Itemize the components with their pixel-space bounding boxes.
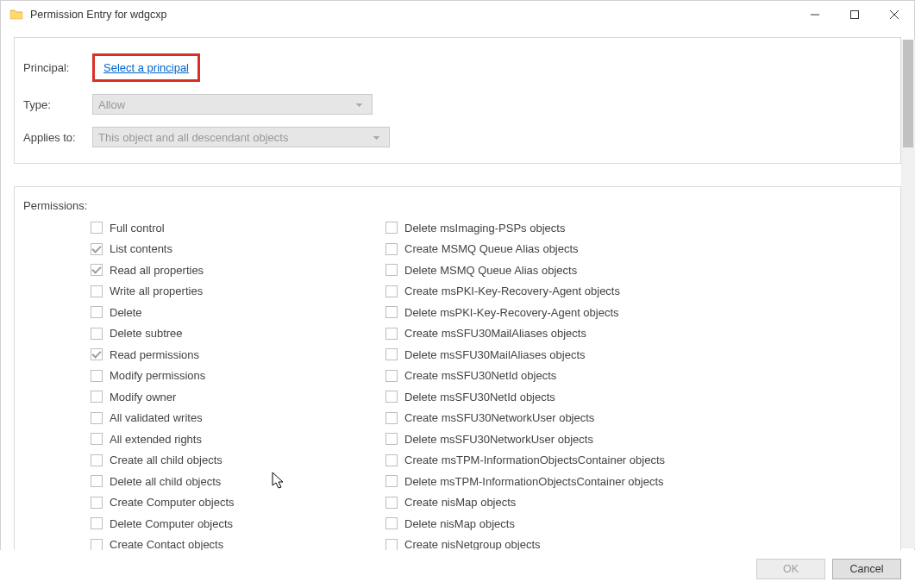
permission-label: Delete nisMap objects: [404, 517, 515, 530]
applies-to-label: Applies to:: [23, 131, 92, 144]
permission-row: All validated writes: [91, 408, 385, 429]
maximize-button[interactable]: [835, 2, 874, 28]
permission-checkbox[interactable]: [91, 454, 103, 466]
permission-row: Create MSMQ Queue Alias objects: [385, 239, 748, 260]
scrollbar-track[interactable]: [901, 40, 915, 548]
permission-row: Delete msSFU30MailAliases objects: [385, 344, 748, 366]
permission-checkbox[interactable]: [91, 285, 103, 297]
permission-row: Modify owner: [91, 386, 385, 408]
permission-label: Delete msPKI-Key-Recovery-Agent objects: [404, 306, 619, 319]
permission-checkbox[interactable]: [385, 328, 398, 340]
permission-label: Create msSFU30NetworkUser objects: [404, 411, 594, 424]
select-principal-highlight: Select a principal: [92, 53, 200, 82]
applies-to-combo[interactable]: This object and all descendant objects: [92, 127, 390, 147]
permission-checkbox[interactable]: [385, 433, 398, 445]
permission-checkbox[interactable]: [385, 517, 398, 529]
permission-label: Delete msTPM-InformationObjectsContainer…: [404, 475, 664, 488]
permission-row: Create Computer objects: [91, 492, 385, 514]
permission-checkbox[interactable]: [385, 497, 398, 509]
permission-row: Create msPKI-Key-Recovery-Agent objects: [385, 281, 748, 303]
permission-row: Read permissions: [91, 344, 385, 366]
permission-label: Delete all child objects: [110, 475, 221, 488]
footer-bar: OK Cancel: [0, 550, 915, 588]
permission-checkbox[interactable]: [91, 370, 103, 382]
permission-checkbox[interactable]: [385, 539, 398, 551]
permission-row: Delete Computer objects: [91, 513, 385, 535]
permission-checkbox[interactable]: [385, 306, 398, 318]
permission-checkbox[interactable]: [91, 497, 103, 509]
folder-icon: [9, 8, 23, 22]
permission-checkbox[interactable]: [385, 243, 398, 255]
permission-label: Delete msSFU30MailAliases objects: [404, 348, 586, 361]
window-title: Permission Entry for wdgcxp: [30, 9, 795, 21]
type-combo[interactable]: Allow: [92, 94, 373, 115]
permission-row: Write all properties: [91, 281, 385, 303]
permission-row: Create msSFU30MailAliases objects: [385, 323, 748, 345]
permission-checkbox[interactable]: [385, 412, 398, 424]
permission-row: Modify permissions: [91, 366, 385, 387]
permission-checkbox[interactable]: [91, 539, 103, 551]
permission-label: Read all properties: [110, 264, 204, 277]
permission-row: Read all properties: [91, 260, 385, 281]
permission-label: Create nisMap objects: [404, 496, 516, 509]
permission-checkbox[interactable]: [385, 370, 398, 382]
permission-row: Delete msSFU30NetworkUser objects: [385, 428, 748, 450]
cancel-button[interactable]: Cancel: [832, 559, 901, 579]
permission-checkbox[interactable]: [91, 328, 103, 340]
permission-row: Create msTPM-InformationObjectsContainer…: [385, 450, 748, 472]
scrollbar-thumb[interactable]: [903, 40, 913, 147]
permission-checkbox[interactable]: [91, 391, 103, 403]
select-principal-link[interactable]: Select a principal: [103, 61, 189, 74]
permission-label: Full control: [110, 222, 165, 235]
permission-row: Delete subtree: [91, 323, 385, 345]
permission-row: Delete msSFU30NetId objects: [385, 386, 748, 408]
permission-label: Delete Computer objects: [110, 517, 233, 530]
permission-checkbox[interactable]: [91, 433, 103, 445]
permission-label: Delete subtree: [110, 327, 183, 340]
permission-row: Delete: [91, 302, 385, 323]
permission-row: Create msSFU30NetworkUser objects: [385, 408, 748, 429]
permission-label: Create Contact objects: [110, 538, 223, 551]
permission-label: Create Computer objects: [110, 496, 235, 509]
permission-label: Modify permissions: [110, 369, 205, 382]
permission-label: Delete MSMQ Queue Alias objects: [404, 264, 577, 277]
permission-label: All validated writes: [110, 411, 203, 424]
permission-label: Create nisNetgroup objects: [404, 538, 541, 551]
permission-checkbox[interactable]: [91, 306, 103, 318]
permission-label: Read permissions: [110, 348, 199, 361]
permission-label: Write all properties: [110, 285, 203, 297]
permission-checkbox[interactable]: [385, 454, 398, 466]
svg-rect-1: [851, 11, 859, 19]
minimize-button[interactable]: [795, 2, 835, 28]
close-button[interactable]: [874, 2, 914, 28]
permission-label: Modify owner: [110, 391, 176, 403]
permission-row: Full control: [91, 217, 385, 239]
permission-label: Create msPKI-Key-Recovery-Agent objects: [404, 285, 620, 297]
permission-checkbox[interactable]: [91, 517, 103, 529]
permission-checkbox[interactable]: [385, 222, 398, 234]
permission-checkbox[interactable]: [91, 222, 103, 234]
permission-row: Create msSFU30NetId objects: [385, 366, 748, 387]
permission-label: Delete: [110, 306, 142, 319]
permission-checkbox[interactable]: [91, 348, 103, 360]
permission-checkbox[interactable]: [385, 391, 398, 403]
principal-panel: Principal: Select a principal Type: Allo…: [14, 37, 901, 164]
permission-label: Create all child objects: [110, 454, 222, 466]
permission-row: Delete msTPM-InformationObjectsContainer…: [385, 471, 748, 492]
permission-checkbox[interactable]: [385, 264, 398, 276]
permission-checkbox[interactable]: [385, 475, 398, 487]
permission-row: All extended rights: [91, 428, 385, 450]
permission-checkbox[interactable]: [91, 243, 103, 255]
permission-checkbox[interactable]: [385, 285, 398, 297]
permission-row: Delete MSMQ Queue Alias objects: [385, 260, 748, 281]
permission-checkbox[interactable]: [91, 412, 103, 424]
permission-checkbox[interactable]: [385, 348, 398, 360]
permission-checkbox[interactable]: [91, 475, 103, 487]
permissions-header: Permissions:: [23, 199, 892, 212]
ok-button[interactable]: OK: [756, 559, 825, 579]
permission-checkbox[interactable]: [91, 264, 103, 276]
permission-label: Delete msImaging-PSPs objects: [404, 222, 565, 235]
permission-label: Create msTPM-InformationObjectsContainer…: [404, 454, 665, 466]
permissions-column-right: Delete msImaging-PSPs objectsCreate MSMQ…: [385, 217, 748, 555]
permission-row: Delete all child objects: [91, 471, 385, 492]
